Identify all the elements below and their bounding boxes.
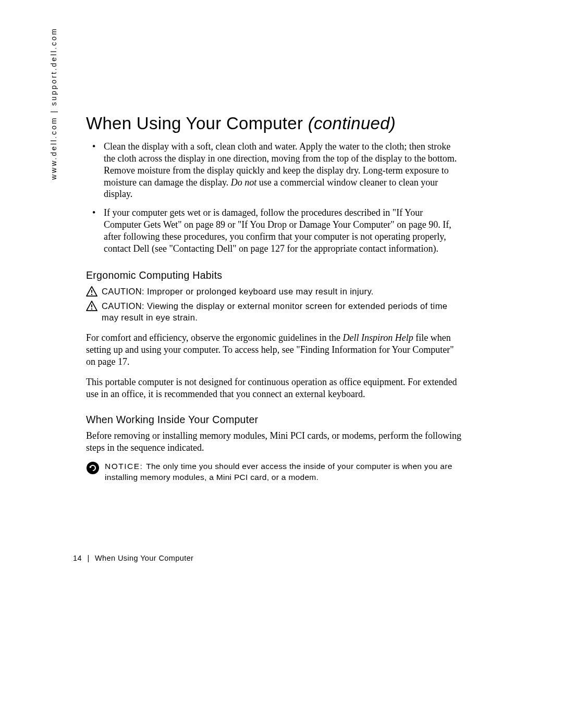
caution-body: Improper or prolonged keyboard use may r… [147, 287, 374, 296]
notice-text: NOTICE: The only time you should ever ac… [105, 461, 461, 483]
list-item: If your computer gets wet or is damaged,… [104, 207, 461, 254]
page-title: When Using Your Computer (continued) [86, 114, 461, 133]
sidebar-url: www.dell.com | support.dell.com [50, 27, 58, 180]
page-number: 14 [73, 554, 82, 562]
caution-row: CAUTION: Improper or prolonged keyboard … [86, 286, 461, 297]
caution-row: CAUTION: Viewing the display or external… [86, 300, 461, 324]
caution-body: Viewing the display or external monitor … [102, 301, 447, 322]
caution-label: CAUTION: [102, 287, 147, 296]
notice-body: The only time you should ever access the… [105, 462, 452, 482]
footer-section-name: When Using Your Computer [95, 554, 193, 562]
body-paragraph: Before removing or installing memory mod… [86, 430, 461, 454]
page-footer: 14 | When Using Your Computer [73, 554, 193, 562]
caution-triangle-icon [86, 301, 97, 311]
para-text: For comfort and efficiency, observe the … [86, 332, 343, 343]
notice-label: NOTICE: [105, 462, 146, 471]
caution-text: CAUTION: Viewing the display or external… [102, 300, 461, 324]
bullet-text: If your computer gets wet or is damaged,… [104, 207, 451, 254]
notice-row: NOTICE: The only time you should ever ac… [86, 461, 461, 483]
svg-point-4 [87, 462, 99, 474]
svg-point-3 [91, 309, 92, 310]
page-content: When Using Your Computer (continued) Cle… [86, 114, 461, 483]
notice-circle-arrow-icon [86, 461, 100, 475]
section-heading-inside: When Working Inside Your Computer [86, 414, 461, 426]
para-emph: Dell Inspiron Help [343, 332, 413, 343]
list-item: Clean the display with a soft, clean clo… [104, 141, 461, 200]
section-heading-ergonomic: Ergonomic Computing Habits [86, 269, 461, 281]
footer-separator: | [87, 554, 89, 562]
bullet-emph: Do not [231, 177, 257, 188]
body-paragraph: This portable computer is not designed f… [86, 376, 461, 400]
bullet-list: Clean the display with a soft, clean clo… [86, 141, 461, 255]
caution-text: CAUTION: Improper or prolonged keyboard … [102, 286, 374, 297]
caution-triangle-icon [86, 286, 97, 297]
caution-label: CAUTION: [102, 301, 147, 311]
body-paragraph: For comfort and efficiency, observe the … [86, 332, 461, 368]
svg-point-1 [91, 293, 92, 294]
title-main: When Using Your Computer [86, 114, 308, 133]
title-continued: (continued) [308, 114, 396, 133]
